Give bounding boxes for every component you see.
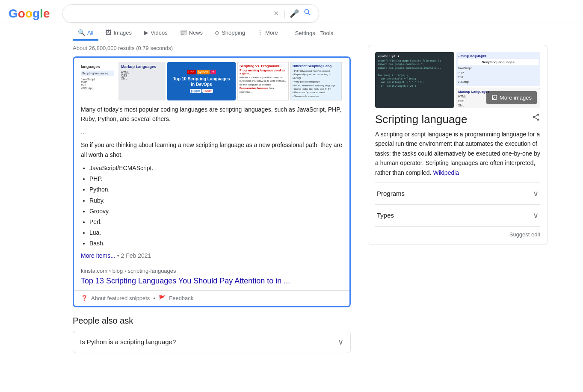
snippet-list: JavaScript/ECMAScript. PHP. Python. Ruby… [81,163,343,249]
list-item: PHP. [89,174,343,184]
about-snippets-link[interactable]: About featured snippets [91,295,150,301]
images-icon-small: 🖼 [491,94,497,101]
tab-images[interactable]: 🖼 Images [100,26,137,41]
mic-icon[interactable]: 🎤 [290,9,299,18]
results-column: About 26,800,000 results (0.79 seconds) … [73,45,351,355]
paa-item-0[interactable]: Is Python is a scripting language? ∨ [73,331,351,353]
images-icon: 🖼 [105,29,111,36]
search-bar-container: scripting languages ✕ | 🎤 [62,4,319,23]
result-title-link[interactable]: Top 13 Scripting Languages You Should Pa… [74,276,349,290]
logo-l: l [40,7,43,21]
kp-image-2[interactable]: ...ming languages Scripting languages Ja… [456,52,540,86]
tools-button[interactable]: Tools [319,27,335,40]
snippet-body: Many of today's most popular coding lang… [74,105,349,264]
snippet-images-row: languages Scripting languages JavaScript… [74,58,349,105]
videos-icon: ▶ [144,29,148,36]
search-button[interactable] [303,8,312,19]
clear-icon[interactable]: ✕ [273,9,279,18]
nav-tabs: 🔍 All 🖼 Images ▶ Videos 📰 News ◇ Shoppin… [0,23,583,41]
kp-images-row: VendScript ♦ printf("Viewing page Specif… [375,52,540,108]
snippet-image-4[interactable]: Scripting vs. Programmi... Programming l… [237,62,289,100]
knowledge-panel: VendScript ♦ printf("Viewing page Specif… [368,45,547,355]
chevron-down-icon-programs: ∨ [533,189,539,198]
tab-videos[interactable]: ▶ Videos [139,26,173,41]
snippet-ellipsis: ... [81,127,343,137]
results-count: About 26,800,000 results (0.79 seconds) [73,45,351,51]
news-icon: 📰 [180,29,187,36]
list-item: JavaScript/ECMAScript. [89,163,343,174]
main-content: About 26,800,000 results (0.79 seconds) … [0,41,583,363]
list-item: Lua. [89,227,343,238]
feedback-icon: 🚩 [159,295,166,301]
all-icon: 🔍 [78,29,85,36]
snippet-image-3[interactable]: Perl python ✦ Top 10 Scripting Languages… [167,62,236,100]
list-item: Python. [89,184,343,195]
kp-title-row: Scripting language [375,113,540,126]
more-icon: ⋮ [257,29,263,36]
logo-o1: o [18,7,25,21]
kp-image-1[interactable]: VendScript ♦ printf("Viewing page Specif… [375,52,454,108]
kp-suggest-edit: Suggest edit [375,227,540,238]
list-item: Bash. [89,238,343,249]
feedback-link[interactable]: Feedback [169,295,193,301]
paa-title: People also ask [73,316,351,326]
wikipedia-link[interactable]: Wikipedia [433,169,459,176]
google-logo[interactable]: Google [9,7,50,21]
about-snippets-icon[interactable]: ❓ [81,295,88,301]
kp-accordion-types[interactable]: Types ∨ [375,205,540,227]
knowledge-panel-box: VendScript ♦ printf("Viewing page Specif… [368,45,547,245]
kp-accordion-programs[interactable]: Programs ∨ [375,183,540,205]
snippet-intro: Many of today's most popular coding lang… [81,105,343,124]
kp-accordion: Programs ∨ Types ∨ [375,183,540,227]
share-icon[interactable] [532,113,540,124]
chevron-down-icon: ∨ [338,337,343,347]
snippet-image-5[interactable]: Different Scripting Lang... • PHP (Hyper… [290,62,342,100]
logo-g2: g [33,7,40,21]
people-also-ask: People also ask Is Python is a scripting… [73,316,351,353]
tab-news[interactable]: 📰 News [175,26,208,41]
logo-o2: o [25,7,33,21]
suggest-edit-link[interactable]: Suggest edit [509,231,540,238]
kp-description: A scripting or script language is a prog… [375,130,540,177]
more-items-link[interactable]: More items... [81,252,115,259]
logo-g: G [9,7,18,21]
search-input[interactable]: scripting languages [70,10,269,18]
header: Google scripting languages ✕ | 🎤 [0,0,583,23]
divider: | [283,9,285,18]
chevron-down-icon-types: ∨ [533,211,539,220]
search-bar: scripting languages ✕ | 🎤 [62,4,319,23]
logo-e: e [43,7,50,21]
snippet-image-1[interactable]: languages Scripting languages JavaScript… [78,62,117,100]
list-item: Groovy. [89,206,343,217]
tab-shopping[interactable]: ◇ Shopping [210,26,250,41]
more-images-overlay[interactable]: 🖼 More images [486,91,537,104]
settings-button[interactable]: Settings [293,27,317,40]
kp-accordion-label-types: Types [377,212,394,219]
list-item: Ruby. [89,195,343,206]
featured-snippet: languages Scripting languages JavaScript… [73,56,351,307]
tab-more[interactable]: ⋮ More [252,26,283,41]
source-url: kinsta.com › blog › scripting-languages [81,268,343,274]
shopping-icon: ◇ [215,29,219,36]
kp-accordion-label-programs: Programs [377,190,405,197]
snippet-date: • 2 Feb 2021 [117,252,151,259]
tab-all[interactable]: 🔍 All [73,26,98,41]
snippet-image-2[interactable]: Markup Languages HTMLCSSXML [118,62,166,100]
paa-question-0: Is Python is a scripting language? [80,338,176,345]
kp-title: Scripting language [375,113,467,126]
snippet-footer: ❓ About featured snippets • 🚩 Feedback [74,290,349,306]
list-item: Perl. [89,217,343,227]
snippet-followup: So if you are thinking about learning a … [81,140,343,159]
footer-separator: • [153,295,155,302]
